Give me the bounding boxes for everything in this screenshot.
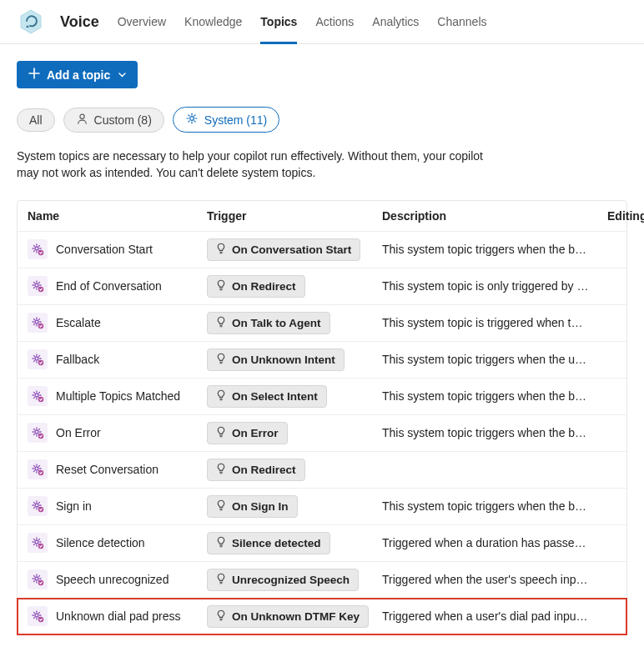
trigger-label: On Redirect (232, 280, 296, 293)
trigger-label: On Conversation Start (232, 243, 351, 256)
trigger-chip[interactable]: On Redirect (207, 275, 305, 298)
trigger-chip[interactable]: On Select Intent (207, 385, 327, 408)
gear-system-icon (28, 276, 48, 296)
tab-topics[interactable]: Topics (260, 7, 297, 37)
row-name: Conversation Start (56, 243, 153, 256)
filter-custom[interactable]: Custom (8) (63, 108, 164, 133)
gear-system-icon (28, 423, 48, 443)
lightbulb-icon (216, 316, 226, 330)
tab-knowledge[interactable]: Knowledge (184, 7, 242, 37)
trigger-chip[interactable]: On Error (207, 422, 288, 444)
table-row[interactable]: Escalate On Talk to Agent This system to… (18, 305, 626, 342)
tab-analytics[interactable]: Analytics (372, 7, 419, 37)
table-header: Name Trigger Description Editing (18, 201, 626, 232)
row-name: Unknown dial pad press (56, 609, 180, 623)
tab-channels[interactable]: Channels (437, 7, 486, 37)
app-icon (17, 8, 45, 36)
trigger-label: On Error (232, 427, 279, 439)
svg-point-10 (35, 357, 38, 360)
trigger-chip[interactable]: Unrecognized Speech (207, 569, 359, 591)
svg-point-3 (189, 117, 194, 121)
row-name: Fallback (56, 353, 99, 366)
filter-system-label: System (11) (204, 113, 267, 127)
table-row[interactable]: Reset Conversation On Redirect (18, 452, 626, 489)
lightbulb-icon (216, 243, 226, 257)
row-name: End of Conversation (56, 279, 162, 293)
svg-point-22 (35, 577, 38, 580)
lightbulb-icon (216, 353, 226, 367)
row-name: Speech unrecognized (56, 573, 169, 586)
lightbulb-icon (216, 463, 226, 477)
row-description: Triggered when a duration has passe… (382, 536, 607, 549)
table-row[interactable]: Fallback On Unknown Intent This system t… (18, 342, 626, 379)
svg-point-18 (35, 504, 38, 507)
gear-system-icon (28, 569, 48, 589)
gear-system-icon (28, 606, 48, 626)
trigger-chip[interactable]: Silence detected (207, 532, 330, 554)
svg-marker-0 (21, 10, 41, 33)
lightbulb-icon (216, 536, 226, 550)
svg-point-24 (35, 614, 38, 617)
chevron-down-icon (118, 70, 126, 79)
row-description: This system topic triggers when the b… (382, 426, 607, 439)
row-name: Multiple Topics Matched (56, 389, 180, 403)
filter-all-label: All (29, 113, 43, 127)
trigger-chip[interactable]: On Sign In (207, 495, 298, 518)
row-name: Escalate (56, 316, 101, 329)
trigger-chip[interactable]: On Unknown Intent (207, 349, 345, 371)
table-row[interactable]: Speech unrecognized Unrecognized Speech … (18, 562, 626, 599)
table-row[interactable]: On Error On Error This system topic trig… (18, 415, 626, 452)
svg-point-14 (35, 430, 38, 434)
col-header-editing[interactable]: Editing (607, 209, 644, 223)
svg-point-20 (35, 540, 38, 544)
trigger-chip[interactable]: On Redirect (207, 459, 305, 481)
gear-system-icon (28, 533, 48, 553)
row-description: This system topic triggers when the b… (382, 499, 607, 513)
lightbulb-icon (216, 609, 226, 624)
add-topic-button[interactable]: Add a topic (17, 61, 138, 88)
table-row[interactable]: Conversation Start On Conversation Start… (18, 232, 626, 268)
row-description: This system topic triggers when the b… (382, 389, 607, 403)
trigger-chip[interactable]: On Talk to Agent (207, 312, 330, 334)
trigger-label: On Sign In (232, 500, 289, 513)
app-header: Voice Overview Knowledge Topics Actions … (0, 0, 644, 44)
tab-overview[interactable]: Overview (118, 7, 166, 37)
table-row[interactable]: Unknown dial pad press On Unknown DTMF K… (18, 599, 626, 634)
filter-all[interactable]: All (17, 108, 55, 132)
row-name: Sign in (56, 499, 92, 513)
person-icon (76, 113, 88, 128)
content: Add a topic All Custom (8) System (11) S… (0, 44, 644, 652)
trigger-label: On Select Intent (232, 390, 318, 403)
table-row[interactable]: End of Conversation On Redirect This sys… (18, 268, 626, 305)
lightbulb-icon (216, 389, 226, 404)
svg-point-12 (35, 394, 38, 397)
lightbulb-icon (216, 426, 226, 440)
row-description: Triggered when the user's speech inp… (382, 573, 607, 586)
svg-point-6 (35, 283, 38, 287)
table-row[interactable]: Silence detection Silence detected Trigg… (18, 525, 626, 562)
gear-system-icon (28, 313, 48, 333)
trigger-chip[interactable]: On Unknown DTMF Key (207, 605, 369, 628)
trigger-label: Unrecognized Speech (232, 574, 350, 586)
trigger-label: On Redirect (232, 464, 296, 476)
col-header-description[interactable]: Description (382, 209, 607, 223)
tab-actions[interactable]: Actions (315, 7, 354, 37)
filter-system[interactable]: System (11) (173, 107, 279, 133)
trigger-chip[interactable]: On Conversation Start (207, 238, 360, 261)
trigger-label: On Talk to Agent (232, 317, 321, 329)
row-description: This system topic is triggered when t… (382, 316, 607, 329)
table-row[interactable]: Multiple Topics Matched On Select Intent… (18, 379, 626, 415)
plus-icon (28, 68, 40, 82)
table-row[interactable]: Sign in On Sign In This system topic tri… (18, 489, 626, 525)
svg-point-16 (35, 467, 38, 470)
gear-system-icon (28, 496, 48, 516)
trigger-label: On Unknown Intent (232, 354, 335, 366)
lightbulb-icon (216, 499, 226, 514)
col-header-trigger[interactable]: Trigger (207, 209, 382, 223)
col-header-name[interactable]: Name (28, 209, 207, 223)
row-description: This system topic triggers when the b… (382, 243, 607, 256)
gear-system-icon (28, 239, 48, 259)
helper-text: System topics are necessary to help your… (17, 148, 484, 182)
gear-system-icon (28, 459, 48, 479)
gear-system-icon (28, 386, 48, 406)
